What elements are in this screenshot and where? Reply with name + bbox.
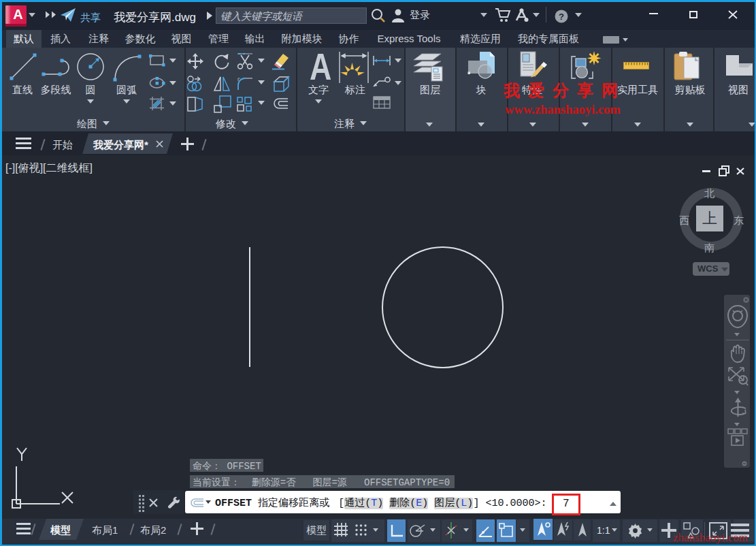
svg-text:?: ? [559, 12, 564, 22]
